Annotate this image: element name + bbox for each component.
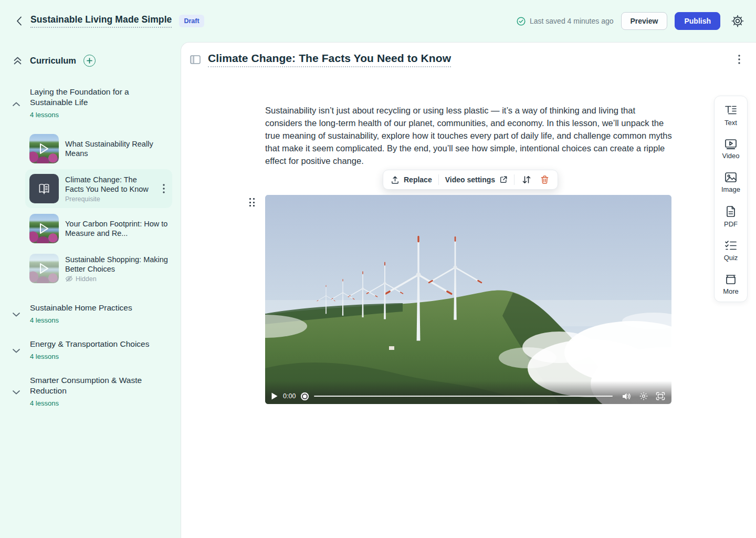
seek-knob[interactable] [301, 392, 309, 400]
tool-video[interactable]: Video [715, 139, 747, 160]
lesson-title-heading[interactable]: Climate Change: The Facts You Need to Kn… [208, 52, 451, 67]
back-button[interactable] [12, 14, 26, 28]
lesson-row-climate-change[interactable]: Climate Change: The Facts You Need to Kn… [25, 169, 172, 208]
curriculum-section: Smarter Consumption & Waste Reduction 4 … [0, 375, 181, 407]
lesson-editor-panel: Climate Change: The Facts You Need to Kn… [181, 42, 756, 538]
chevron-down-icon [13, 349, 20, 353]
tool-label: Video [722, 152, 739, 160]
tool-label: Text [724, 119, 737, 127]
section-header-foundation[interactable]: Laying the Foundation for a Sustainable … [0, 87, 181, 119]
video-controls-bar: 0:00 [265, 381, 671, 404]
play-icon [39, 263, 49, 274]
video-settings-gear-icon[interactable] [639, 392, 648, 400]
app-header: Sustainable Living Made Simple Draft Las… [0, 0, 756, 42]
insert-tools-panel: Text Video Image [714, 96, 748, 302]
open-book-icon [37, 182, 51, 195]
tool-more[interactable]: More [715, 274, 747, 295]
plus-icon [87, 58, 92, 64]
more-archive-icon [724, 274, 737, 285]
lesson-title: Climate Change: The Facts You Need to Kn… [65, 175, 153, 194]
publish-button[interactable]: Publish [675, 12, 720, 30]
kebab-menu-icon [738, 55, 740, 64]
header-actions: Last saved 4 minutes ago Preview Publish [517, 12, 744, 30]
lesson-row-what-sustainability[interactable]: What Sustainability Really Means [25, 129, 172, 168]
section-header-smarter-consumption[interactable]: Smarter Consumption & Waste Reduction 4 … [0, 375, 181, 407]
replace-button[interactable]: Replace [391, 175, 432, 184]
video-block-toolbar: Replace Video settings [383, 170, 558, 190]
video-block[interactable]: 0:00 [265, 195, 671, 404]
lesson-title: Sustainable Shopping: Making Better Choi… [65, 255, 168, 274]
lesson-reading-tile [29, 174, 59, 203]
external-link-icon [499, 175, 508, 184]
preview-button[interactable]: Preview [621, 12, 668, 30]
panel-toggle-icon[interactable] [190, 55, 201, 64]
lesson-video-thumbnail [29, 214, 59, 243]
lesson-title: Your Carbon Footprint: How to Measure an… [65, 219, 168, 238]
lesson-body-text[interactable]: Sustainability isn’t just about recyclin… [265, 104, 674, 167]
section-lesson-count: 4 lessons [30, 353, 168, 360]
chevron-up-icon [13, 102, 20, 106]
curriculum-section: Laying the Foundation for a Sustainable … [0, 87, 181, 288]
curriculum-section: Energy & Transportation Choices 4 lesson… [0, 339, 181, 360]
sort-arrows-icon [522, 175, 531, 184]
curriculum-title: Curriculum [30, 56, 76, 66]
video-frame-wind-turbines [265, 195, 671, 404]
add-curriculum-button[interactable] [83, 55, 96, 67]
gear-icon [731, 14, 744, 28]
chevron-down-icon [13, 390, 20, 395]
curriculum-header: Curriculum [0, 55, 181, 67]
section-title: Sustainable Home Practices [30, 303, 151, 313]
toolbar-divider [438, 174, 439, 185]
video-current-time: 0:00 [283, 392, 296, 400]
kebab-menu-icon [163, 184, 165, 193]
seek-track[interactable] [314, 396, 613, 397]
lesson-badge: Prerequisite [65, 195, 153, 203]
collapse-all-icon[interactable] [13, 56, 23, 65]
lesson-row-carbon-footprint[interactable]: Your Carbon Footprint: How to Measure an… [25, 209, 172, 248]
fullscreen-icon[interactable] [656, 392, 665, 400]
section-lesson-count: 4 lessons [30, 111, 168, 119]
eye-off-icon [65, 275, 73, 282]
tool-label: PDF [724, 220, 738, 228]
replace-label: Replace [404, 175, 432, 184]
play-button[interactable] [271, 392, 278, 400]
chevron-down-icon [13, 313, 20, 317]
video-settings-button[interactable]: Video settings [445, 175, 508, 184]
tool-quiz[interactable]: Quiz [715, 240, 747, 262]
tool-pdf[interactable]: PDF [715, 205, 747, 228]
move-block-button[interactable] [521, 175, 532, 184]
course-title[interactable]: Sustainable Living Made Simple [30, 14, 172, 28]
section-lesson-count: 4 lessons [30, 399, 168, 407]
curriculum-section: Sustainable Home Practices 4 lessons [0, 303, 181, 324]
tool-label: Image [721, 185, 740, 193]
lesson-options-button[interactable] [160, 183, 168, 194]
tool-image[interactable]: Image [715, 172, 747, 193]
volume-icon[interactable] [622, 392, 632, 400]
delete-block-button[interactable] [539, 175, 550, 184]
settings-button[interactable] [731, 14, 744, 28]
section-title: Laying the Foundation for a Sustainable … [30, 87, 151, 108]
tool-text[interactable]: Text [715, 105, 747, 127]
upload-icon [391, 175, 400, 184]
toolbar-divider [514, 174, 514, 185]
tool-label: Quiz [724, 254, 738, 262]
lesson-video-thumbnail [29, 134, 59, 163]
lesson-options-button[interactable] [735, 54, 743, 65]
lesson-title: What Sustainability Really Means [65, 139, 168, 158]
text-icon [724, 105, 737, 116]
section-header-home-practices[interactable]: Sustainable Home Practices 4 lessons [0, 303, 181, 324]
section-header-energy-transportation[interactable]: Energy & Transportation Choices 4 lesson… [0, 339, 181, 360]
block-drag-handle[interactable] [249, 198, 256, 206]
section-lesson-count: 4 lessons [30, 316, 168, 324]
lesson-video-thumbnail [29, 254, 59, 283]
image-icon [724, 172, 737, 183]
pdf-document-icon [726, 205, 736, 218]
status-badge: Draft [179, 15, 204, 27]
play-icon [39, 223, 49, 234]
play-icon [39, 143, 49, 154]
chevron-left-icon [16, 16, 22, 26]
check-circle-icon [517, 17, 526, 26]
lesson-header-row: Climate Change: The Facts You Need to Kn… [190, 51, 743, 67]
tool-label: More [723, 287, 739, 295]
lesson-row-sustainable-shopping[interactable]: Sustainable Shopping: Making Better Choi… [25, 249, 172, 288]
